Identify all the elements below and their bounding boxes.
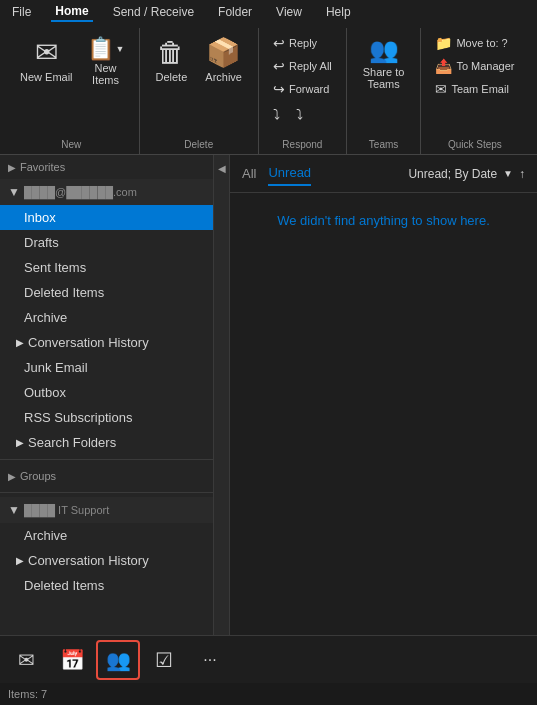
forward-label: Forward xyxy=(289,83,329,95)
new-group-label: New xyxy=(12,137,131,154)
reply-all-icon: ↩ xyxy=(273,58,285,74)
conv-history2-chevron-icon: ▶ xyxy=(16,555,24,566)
sidebar-item-archive[interactable]: Archive xyxy=(0,305,213,330)
reply-label: Reply xyxy=(289,37,317,49)
new-items-icon: 📋 xyxy=(87,36,114,62)
archive-icon: 📦 xyxy=(206,36,241,69)
to-manager-button[interactable]: 📤 To Manager xyxy=(429,55,520,77)
outbox-label: Outbox xyxy=(24,385,66,400)
groups-header[interactable]: ▶ Groups xyxy=(0,464,213,488)
inbox-label: Inbox xyxy=(24,210,56,225)
sidebar-item-conversation-history2[interactable]: ▶ Conversation History xyxy=(0,548,213,573)
sidebar-item-archive2[interactable]: Archive xyxy=(0,523,213,548)
delete-group-label: Delete xyxy=(148,137,250,154)
quick-steps-buttons: 📁 Move to: ? 📤 To Manager ✉ Team Email xyxy=(429,32,520,100)
new-email-button[interactable]: ✉ New Email xyxy=(12,32,81,87)
share-to-teams-button[interactable]: 👥 Share toTeams xyxy=(355,32,413,94)
teams-group-label: Teams xyxy=(355,137,413,154)
conversation-history-label: Conversation History xyxy=(28,335,149,350)
menu-view[interactable]: View xyxy=(272,3,306,21)
people-icon: 👥 xyxy=(106,648,131,672)
account1-chevron-icon: ▼ xyxy=(8,185,20,199)
junk-email-label: Junk Email xyxy=(24,360,88,375)
respond-buttons: ↩ Reply ↩ Reply All ↪ Forward ⤵ xyxy=(267,32,338,125)
move-to-button[interactable]: 📁 Move to: ? xyxy=(429,32,520,54)
main-area: ▶ Favorites ▼ ████@██████.com Inbox Draf… xyxy=(0,155,537,635)
menu-home[interactable]: Home xyxy=(51,2,92,22)
move-to-icon: 📁 xyxy=(435,35,452,51)
menu-help[interactable]: Help xyxy=(322,3,355,21)
sidebar-item-sent-items[interactable]: Sent Items xyxy=(0,255,213,280)
respond-extra-btn2[interactable]: ⤵ xyxy=(290,103,309,125)
sort-label: Unread; By Date xyxy=(408,167,497,181)
menu-send-receive[interactable]: Send / Receive xyxy=(109,3,198,21)
respond-extra-icon2: ⤵ xyxy=(296,106,303,122)
ribbon-group-quick-steps: 📁 Move to: ? 📤 To Manager ✉ Team Email Q… xyxy=(421,28,528,154)
nav-people[interactable]: 👥 xyxy=(96,640,140,680)
empty-message: We didn't find anything to show here. xyxy=(230,193,537,635)
team-email-button[interactable]: ✉ Team Email xyxy=(429,78,520,100)
quick-steps-group-label: Quick Steps xyxy=(429,137,520,154)
sidebar-item-deleted-items[interactable]: Deleted Items xyxy=(0,280,213,305)
account1-header[interactable]: ▼ ████@██████.com xyxy=(0,179,213,205)
sidebar-item-drafts[interactable]: Drafts xyxy=(0,230,213,255)
empty-message-text: We didn't find anything to show here. xyxy=(277,213,490,228)
new-items-label: NewItems xyxy=(92,62,119,86)
conversation-history2-label: Conversation History xyxy=(28,553,149,568)
favorites-header[interactable]: ▶ Favorites xyxy=(0,155,213,179)
sidebar-item-outbox[interactable]: Outbox xyxy=(0,380,213,405)
nav-mail[interactable]: ✉ xyxy=(4,640,48,680)
search-folders-label: Search Folders xyxy=(28,435,116,450)
share-to-teams-label: Share toTeams xyxy=(363,66,405,90)
filter-tab-all[interactable]: All xyxy=(242,162,256,185)
sidebar-item-inbox[interactable]: Inbox xyxy=(0,205,213,230)
sort-direction-icon: ↑ xyxy=(519,167,525,181)
sidebar-item-conversation-history[interactable]: ▶ Conversation History xyxy=(0,330,213,355)
ribbon-group-respond: ↩ Reply ↩ Reply All ↪ Forward ⤵ xyxy=(259,28,347,154)
new-items-button[interactable]: 📋 ▼ NewItems xyxy=(83,32,129,90)
nav-more[interactable]: ··· xyxy=(188,640,232,680)
team-email-label: Team Email xyxy=(451,83,508,95)
respond-group-label: Respond xyxy=(267,137,338,154)
sidebar-item-junk-email[interactable]: Junk Email xyxy=(0,355,213,380)
sort-dropdown-icon: ▼ xyxy=(503,168,513,179)
sidebar-divider-2 xyxy=(0,492,213,493)
respond-extra-btn1[interactable]: ⤵ xyxy=(267,103,286,125)
account2-header[interactable]: ▼ ████ IT Support xyxy=(0,497,213,523)
sidebar-collapse-bar[interactable]: ◀ xyxy=(213,155,229,635)
filter-tab-unread[interactable]: Unread xyxy=(268,161,311,186)
archive-button[interactable]: 📦 Archive xyxy=(197,32,250,87)
sidebar-item-rss-subscriptions[interactable]: RSS Subscriptions xyxy=(0,405,213,430)
sidebar: ▶ Favorites ▼ ████@██████.com Inbox Draf… xyxy=(0,155,230,635)
reply-all-button[interactable]: ↩ Reply All xyxy=(267,55,338,77)
forward-icon: ↪ xyxy=(273,81,285,97)
search-folders-chevron-icon: ▶ xyxy=(16,437,24,448)
teams-icon: 👥 xyxy=(369,36,399,64)
filter-sort[interactable]: Unread; By Date ▼ ↑ xyxy=(408,167,525,181)
reply-button[interactable]: ↩ Reply xyxy=(267,32,338,54)
groups-chevron-icon: ▶ xyxy=(8,471,16,482)
forward-button[interactable]: ↪ Forward xyxy=(267,78,338,100)
mail-icon: ✉ xyxy=(18,648,35,672)
more-icon: ··· xyxy=(203,651,216,669)
calendar-icon: 📅 xyxy=(60,648,85,672)
delete-button[interactable]: 🗑 Delete xyxy=(148,32,196,87)
menu-file[interactable]: File xyxy=(8,3,35,21)
nav-tasks[interactable]: ☑ xyxy=(142,640,186,680)
menu-folder[interactable]: Folder xyxy=(214,3,256,21)
status-bar: Items: 7 xyxy=(0,683,537,705)
nav-calendar[interactable]: 📅 xyxy=(50,640,94,680)
to-manager-label: To Manager xyxy=(456,60,514,72)
sidebar-item-search-folders[interactable]: ▶ Search Folders xyxy=(0,430,213,455)
sidebar-item-deleted-items2[interactable]: Deleted Items xyxy=(0,573,213,598)
menu-bar: File Home Send / Receive Folder View Hel… xyxy=(0,0,537,24)
move-to-label: Move to: ? xyxy=(456,37,507,49)
favorites-chevron-icon: ▶ xyxy=(8,162,16,173)
sent-items-label: Sent Items xyxy=(24,260,86,275)
dropdown-arrow-icon: ▼ xyxy=(116,44,125,54)
ribbon-group-delete: 🗑 Delete 📦 Archive Delete xyxy=(140,28,259,154)
bottom-nav: ✉ 📅 👥 ☑ ··· xyxy=(0,635,537,683)
to-manager-icon: 📤 xyxy=(435,58,452,74)
ribbon-group-teams: 👥 Share toTeams Teams xyxy=(347,28,422,154)
new-email-label: New Email xyxy=(20,71,73,83)
